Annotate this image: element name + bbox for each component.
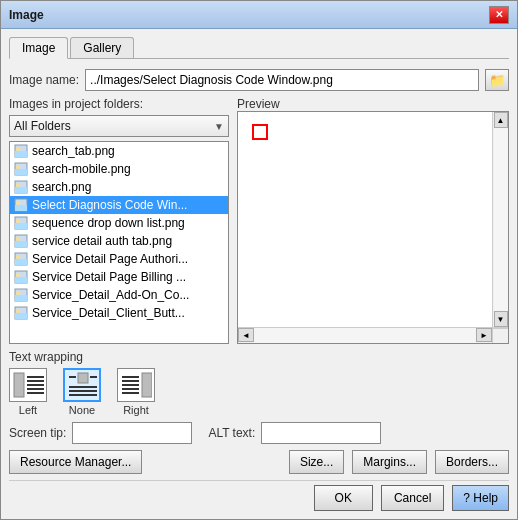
file-name: Service_Detail_Client_Butt... [32,306,185,320]
chevron-down-icon: ▼ [214,121,224,132]
file-icon [14,234,28,248]
screen-tip-input[interactable] [72,422,192,444]
alt-text-input[interactable] [261,422,381,444]
wrap-right-icon [117,368,155,402]
dialog-title: Image [9,8,44,22]
close-button[interactable]: ✕ [489,6,509,24]
folder-dropdown-value: All Folders [14,119,71,133]
svg-rect-7 [15,187,27,193]
file-icon [14,252,28,266]
file-icon [14,288,28,302]
svg-point-8 [16,183,20,187]
file-name: sequence drop down list.png [32,216,185,230]
svg-rect-22 [15,277,27,283]
text-wrapping-section: Text wrapping Left [9,350,509,416]
file-icon [14,180,28,194]
scroll-up-button[interactable]: ▲ [494,112,508,128]
vscroll-track [494,128,508,311]
svg-rect-19 [15,259,27,265]
preview-hscrollbar: ◄ ► [238,327,508,343]
bottom-row: OK Cancel ? Help [9,480,509,511]
title-controls: ✕ [489,6,509,24]
wrap-right-svg [120,371,152,399]
svg-rect-42 [142,373,152,397]
screen-tip-label: Screen tip: [9,426,66,440]
file-name: Select Diagnosis Code Win... [32,198,187,212]
preview-body: ▲ ▼ [238,112,508,327]
image-name-label: Image name: [9,73,79,87]
file-icon [14,162,28,176]
help-button[interactable]: ? Help [452,485,509,511]
margins-button[interactable]: Margins... [352,450,427,474]
svg-point-17 [16,237,20,241]
wrap-none-svg [67,371,97,399]
folder-dropdown[interactable]: All Folders ▼ [9,115,229,137]
main-area: Images in project folders: All Folders ▼… [9,97,509,344]
file-list[interactable]: search_tab.pngsearch-mobile.pngsearch.pn… [10,142,228,343]
list-item[interactable]: Service Detail Page Billing ... [10,268,228,286]
list-item[interactable]: search_tab.png [10,142,228,160]
file-list-wrapper: search_tab.pngsearch-mobile.pngsearch.pn… [10,142,228,343]
scroll-down-button[interactable]: ▼ [494,311,508,327]
preview-vscrollbar: ▲ ▼ [492,112,508,327]
file-list-container: search_tab.pngsearch-mobile.pngsearch.pn… [9,141,229,344]
wrap-left-label: Left [19,404,37,416]
size-button[interactable]: Size... [289,450,344,474]
file-name: service detail auth tab.png [32,234,172,248]
list-item[interactable]: service detail auth tab.png [10,232,228,250]
scroll-right-button[interactable]: ► [476,328,492,342]
wrap-none-label: None [69,404,95,416]
svg-rect-13 [15,223,27,229]
wrap-right-option[interactable]: Right [117,368,155,416]
svg-rect-10 [15,205,27,211]
wrap-options: Left None [9,368,509,416]
borders-button[interactable]: Borders... [435,450,509,474]
wrap-left-svg [12,371,44,399]
resource-manager-button[interactable]: Resource Manager... [9,450,142,474]
svg-rect-36 [78,373,88,383]
svg-rect-30 [14,373,24,397]
svg-rect-28 [15,313,27,319]
left-panel: Images in project folders: All Folders ▼… [9,97,229,344]
file-name: search.png [32,180,91,194]
list-item[interactable]: Service_Detail_Client_Butt... [10,304,228,322]
title-bar: Image ✕ [1,1,517,29]
file-icon [14,144,28,158]
hscroll-track [254,328,476,343]
file-name: Service Detail Page Authori... [32,252,188,266]
file-icon [14,198,28,212]
action-buttons-row: Resource Manager... Size... Margins... B… [9,450,509,474]
dialog-content: Image Gallery Image name: 📁 Images in pr… [1,29,517,519]
preview-image-placeholder [252,124,268,140]
scroll-left-button[interactable]: ◄ [238,328,254,342]
ok-button[interactable]: OK [314,485,373,511]
text-wrapping-label: Text wrapping [9,350,509,364]
svg-point-5 [16,165,20,169]
tab-gallery[interactable]: Gallery [70,37,134,58]
preview-content [238,112,492,327]
wrap-none-option[interactable]: None [63,368,101,416]
scroll-corner [492,328,508,344]
wrap-left-option[interactable]: Left [9,368,47,416]
preview-label: Preview [237,97,509,111]
list-item[interactable]: Select Diagnosis Code Win... [10,196,228,214]
list-item[interactable]: search-mobile.png [10,160,228,178]
tab-image[interactable]: Image [9,37,68,59]
list-item[interactable]: Service Detail Page Authori... [10,250,228,268]
file-icon [14,306,28,320]
list-item[interactable]: search.png [10,178,228,196]
svg-point-14 [16,219,20,223]
alt-text-group: ALT text: [208,422,381,444]
image-dialog: Image ✕ Image Gallery Image name: 📁 Imag… [0,0,518,520]
list-item[interactable]: Service_Detail_Add-On_Co... [10,286,228,304]
file-name: Service_Detail_Add-On_Co... [32,288,189,302]
right-panel: Preview ▲ ▼ ◄ [237,97,509,344]
cancel-button[interactable]: Cancel [381,485,444,511]
list-item[interactable]: sequence drop down list.png [10,214,228,232]
image-name-row: Image name: 📁 [9,69,509,91]
image-name-input[interactable] [85,69,479,91]
browse-button[interactable]: 📁 [485,69,509,91]
screen-tip-group: Screen tip: [9,422,192,444]
browse-icon: 📁 [489,73,506,88]
svg-point-29 [16,309,20,313]
